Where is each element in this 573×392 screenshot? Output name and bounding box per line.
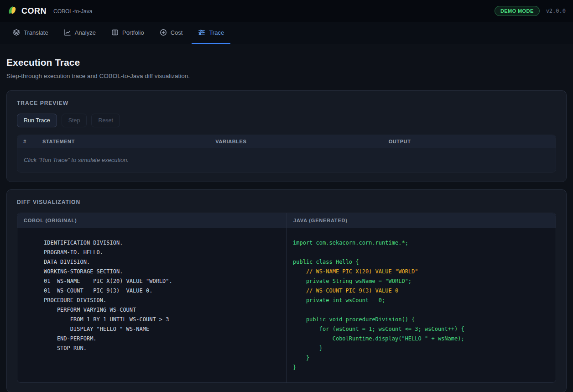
main-content: Execution Trace Step-through execution t… xyxy=(0,57,573,392)
code-line: } xyxy=(293,353,547,363)
java-code: import com.sekacorn.corn.runtime.*; publ… xyxy=(287,228,556,382)
column-header-output: OUTPUT xyxy=(383,135,556,148)
diff-visualization-card: DIFF VISUALIZATION COBOL (ORIGINAL) IDEN… xyxy=(6,189,567,392)
grid-icon xyxy=(111,29,119,36)
main-nav: Translate Analyze Portfolio Cost xyxy=(0,22,573,44)
cobol-code: IDENTIFICATION DIVISION.PROGRAM-ID. HELL… xyxy=(17,228,286,382)
tab-portfolio[interactable]: Portfolio xyxy=(105,22,151,44)
page-subtitle: Step-through execution trace and COBOL-t… xyxy=(6,73,567,79)
reset-button[interactable]: Reset xyxy=(91,114,120,127)
code-line: PROCEDURE DIVISION. xyxy=(44,296,278,305)
code-line: // WS-COUNT PIC 9(3) VALUE 0 xyxy=(293,286,547,296)
code-line: import com.sekacorn.corn.runtime.*; xyxy=(293,238,547,248)
step-button[interactable]: Step xyxy=(62,114,87,127)
code-line: DISPLAY "HELLO " WS-NAME xyxy=(44,324,278,334)
code-line: // WS-NAME PIC X(20) VALUE "WORLD" xyxy=(293,267,547,277)
code-line: PROGRAM-ID. HELLO. xyxy=(44,248,278,257)
code-line: FROM 1 BY 1 UNTIL WS-COUNT > 3 xyxy=(44,315,278,324)
circle-plus-icon xyxy=(160,29,167,36)
code-line: } xyxy=(293,344,547,353)
code-line: private String wsName = "WORLD"; xyxy=(293,277,547,286)
trace-preview-title: TRACE PREVIEW xyxy=(17,100,556,106)
code-line: CobolRuntime.display("HELLO " + wsName); xyxy=(293,334,547,344)
trace-table-header: # STATEMENT VARIABLES OUTPUT xyxy=(17,135,556,148)
layers-icon xyxy=(13,29,20,36)
code-line: private int wsCount = 0; xyxy=(293,296,547,305)
code-line xyxy=(293,248,547,257)
topbar: CORN COBOL-to-Java DEMO MODE v2.0.0 xyxy=(0,0,573,22)
code-line: } xyxy=(293,363,547,372)
trace-table: # STATEMENT VARIABLES OUTPUT Click "Run … xyxy=(17,135,556,172)
tab-label: Portfolio xyxy=(122,29,144,36)
tab-translate[interactable]: Translate xyxy=(6,22,55,44)
app-name: CORN xyxy=(21,6,47,16)
diff-title: DIFF VISUALIZATION xyxy=(17,199,556,205)
app-subtitle: COBOL-to-Java xyxy=(53,8,92,15)
tab-trace[interactable]: Trace xyxy=(192,22,230,44)
code-line: public class Hello { xyxy=(293,257,547,267)
trace-controls: Run Trace Step Reset xyxy=(17,114,556,127)
code-line: WORKING-STORAGE SECTION. xyxy=(44,267,278,277)
java-panel-header: JAVA (GENERATED) xyxy=(287,213,556,228)
tab-analyze[interactable]: Analyze xyxy=(57,22,102,44)
java-panel: JAVA (GENERATED) import com.sekacorn.cor… xyxy=(286,213,556,382)
code-line: for (wsCount = 1; wsCount <= 3; wsCount+… xyxy=(293,324,547,334)
column-header-statement: STATEMENT xyxy=(36,135,209,148)
column-header-number: # xyxy=(17,135,36,148)
code-line: PERFORM VARYING WS-COUNT xyxy=(44,305,278,315)
code-line: DATA DIVISION. xyxy=(44,257,278,267)
code-line: STOP RUN. xyxy=(44,344,278,353)
code-line: public void procedureDivision() { xyxy=(293,315,547,324)
page-title: Execution Trace xyxy=(6,57,567,68)
app-logo: CORN COBOL-to-Java xyxy=(7,5,92,17)
cobol-panel-header: COBOL (ORIGINAL) xyxy=(17,213,286,228)
cobol-panel: COBOL (ORIGINAL) IDENTIFICATION DIVISION… xyxy=(17,213,286,382)
diff-grid: COBOL (ORIGINAL) IDENTIFICATION DIVISION… xyxy=(17,213,556,383)
sliders-icon xyxy=(198,29,205,36)
code-line: END-PERFORM. xyxy=(44,334,278,344)
column-header-variables: VARIABLES xyxy=(209,135,382,148)
code-line xyxy=(293,305,547,315)
tab-label: Cost xyxy=(171,29,183,36)
tab-label: Analyze xyxy=(75,29,96,36)
tab-cost[interactable]: Cost xyxy=(153,22,189,44)
topbar-right: DEMO MODE v2.0.0 xyxy=(495,6,566,16)
version-label: v2.0.0 xyxy=(546,8,566,14)
tab-label: Trace xyxy=(209,29,224,36)
code-line: 01 WS-COUNT PIC 9(3) VALUE 0. xyxy=(44,286,278,296)
demo-mode-badge: DEMO MODE xyxy=(495,6,540,16)
code-line: IDENTIFICATION DIVISION. xyxy=(44,238,278,248)
code-line: 01 WS-NAME PIC X(20) VALUE "WORLD". xyxy=(44,277,278,286)
corn-icon xyxy=(7,5,17,17)
run-trace-button[interactable]: Run Trace xyxy=(17,114,57,127)
line-chart-icon xyxy=(64,29,71,36)
tab-label: Translate xyxy=(24,29,48,36)
trace-preview-card: TRACE PREVIEW Run Trace Step Reset # STA… xyxy=(6,90,567,182)
trace-empty-message: Click "Run Trace" to simulate execution. xyxy=(17,148,556,172)
